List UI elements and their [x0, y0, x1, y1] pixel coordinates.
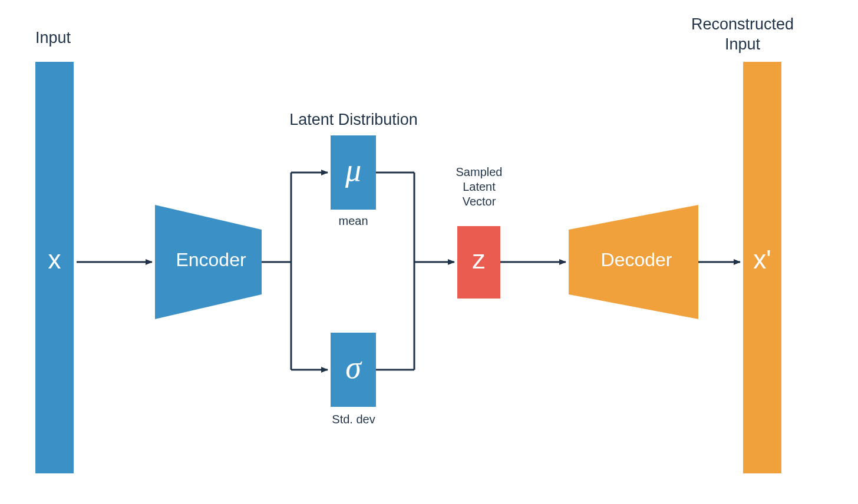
sampled-latent-vector-label: Sampled Latent Vector — [447, 165, 512, 209]
stddev-label: Std. dev — [321, 412, 386, 427]
reconstructed-input-title: Reconstructed Input — [651, 15, 834, 55]
decoder-label: Decoder — [575, 249, 698, 271]
z-symbol: z — [457, 245, 500, 274]
sigma-symbol: σ — [331, 349, 376, 386]
diagram-svg — [0, 0, 858, 504]
latent-distribution-title: Latent Distribution — [268, 110, 439, 130]
mean-label: mean — [331, 214, 376, 228]
input-title: Input — [24, 28, 82, 48]
mu-symbol: μ — [331, 152, 376, 188]
output-xprime-label: x' — [743, 245, 781, 274]
encoder-label: Encoder — [155, 249, 267, 271]
input-x-label: x — [35, 245, 74, 274]
